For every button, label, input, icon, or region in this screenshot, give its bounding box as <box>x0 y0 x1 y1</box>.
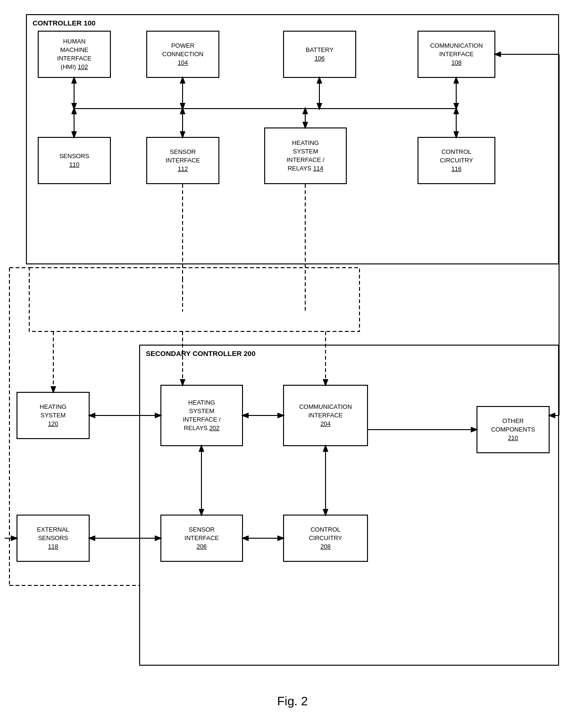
block-sensor-interface-206: SENSORINTERFACE206 <box>160 515 243 562</box>
figure-label: Fig. 2 <box>0 694 585 714</box>
svg-rect-14 <box>29 268 359 331</box>
block-heating202: HEATINGSYSTEMINTERFACE /RELAYS 202 <box>160 385 243 446</box>
block-comm204: COMMUNICATIONINTERFACE204 <box>283 385 368 446</box>
controller-200-label: SECONDARY CONTROLLER 200 <box>146 349 256 357</box>
block-control116: CONTROLCIRCUITRY116 <box>418 137 495 184</box>
block-hmi: HUMANMACHINEINTERFACE(HMI) 102 <box>38 31 111 78</box>
block-battery: BATTERY106 <box>283 31 356 78</box>
block-heating114: HEATINGSYSTEMINTERFACE /RELAYS 114 <box>264 127 347 184</box>
block-power: POWERCONNECTION104 <box>146 31 219 78</box>
block-comm108: COMMUNICATIONINTERFACE108 <box>418 31 495 78</box>
block-external-sensors: EXTERNALSENSORS118 <box>17 515 90 562</box>
block-sensors110: SENSORS110 <box>38 137 111 184</box>
controller-100-label: CONTROLLER 100 <box>33 19 95 27</box>
block-heating-system120: HEATINGSYSTEM120 <box>17 392 90 439</box>
diagram: CONTROLLER 100 SECONDARY CONTROLLER 200 … <box>0 0 585 728</box>
block-other-components: OTHERCOMPONENTS210 <box>476 406 550 453</box>
block-sensor-interface-112: SENSORINTERFACE112 <box>146 137 219 184</box>
block-control208: CONTROLCIRCUITRY208 <box>283 515 368 562</box>
